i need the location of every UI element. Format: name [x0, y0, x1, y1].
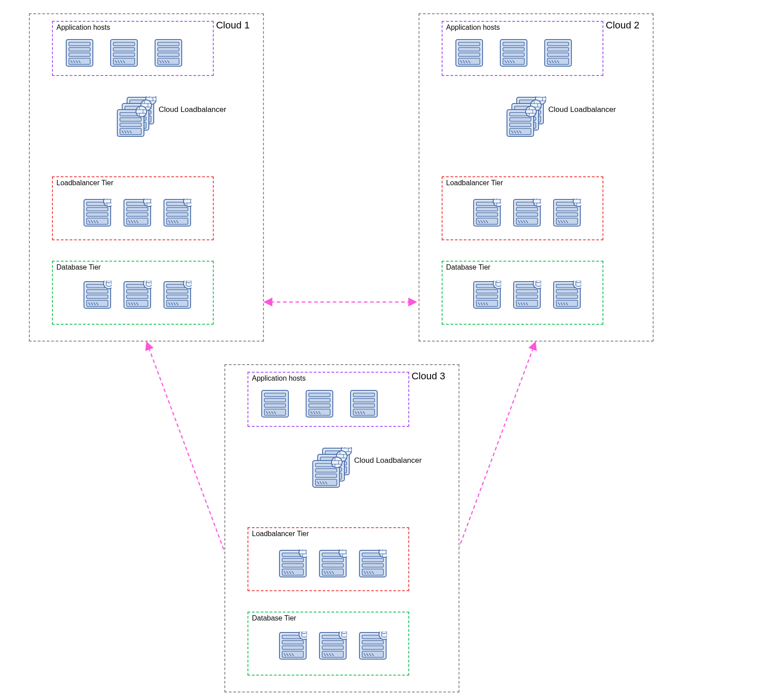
firewall-server-icon	[123, 199, 152, 227]
cloud1-db-label: Database Tier	[56, 263, 101, 271]
db-server-icon	[513, 281, 541, 309]
loadbalancer-stack-icon	[506, 96, 546, 141]
db-server-icon	[123, 281, 152, 309]
cloud2-lb-label: Loadbalancer Tier	[446, 179, 503, 187]
firewall-server-icon	[553, 199, 581, 227]
firewall-server-icon	[319, 549, 347, 578]
db-server-icon	[83, 281, 112, 309]
loadbalancer-stack-icon	[116, 96, 156, 141]
server-icon	[499, 39, 528, 67]
server-icon	[544, 39, 572, 67]
db-server-icon	[553, 281, 581, 309]
server-icon	[110, 39, 138, 67]
cloud3-db-label: Database Tier	[252, 614, 296, 622]
db-server-icon	[279, 632, 307, 660]
cloud3-title: Cloud 3	[411, 370, 445, 382]
cloud2-cloudlb-label: Cloud Loadbalancer	[548, 105, 616, 114]
db-server-icon	[473, 281, 501, 309]
loadbalancer-stack-icon	[312, 447, 352, 492]
db-server-icon	[319, 632, 347, 660]
server-icon	[350, 390, 378, 418]
cloud1-title: Cloud 1	[216, 20, 250, 31]
cloud3-app-label: Application hosts	[252, 374, 306, 382]
db-server-icon	[163, 281, 191, 309]
server-icon	[455, 39, 483, 67]
cloud3-lb-label: Loadbalancer Tier	[252, 530, 309, 538]
cloud3-box: Cloud 3 Application hosts Cloud Loadbala…	[224, 364, 459, 692]
cloud2-db-label: Database Tier	[446, 263, 491, 271]
cloud1-lb-label: Loadbalancer Tier	[56, 179, 113, 187]
server-icon	[154, 39, 183, 67]
db-server-icon	[359, 632, 387, 660]
cloud3-cloudlb-label: Cloud Loadbalancer	[354, 456, 422, 465]
diagram-canvas: Cloud 1 Application hosts Cloud Loadbala…	[9, 9, 758, 700]
firewall-server-icon	[473, 199, 501, 227]
server-icon	[261, 390, 289, 418]
cloud2-box: Cloud 2 Application hosts Cloud Loadbala…	[419, 13, 654, 342]
firewall-server-icon	[83, 199, 112, 227]
firewall-server-icon	[359, 549, 387, 578]
cloud1-cloudlb-label: Cloud Loadbalancer	[159, 105, 226, 114]
server-icon	[65, 39, 94, 67]
server-icon	[305, 390, 334, 418]
cloud1-box: Cloud 1 Application hosts Cloud Loadbala…	[29, 13, 264, 342]
cloud2-title: Cloud 2	[606, 20, 639, 31]
cloud1-app-label: Application hosts	[56, 24, 110, 32]
firewall-server-icon	[279, 549, 307, 578]
cloud2-app-label: Application hosts	[446, 24, 500, 32]
firewall-server-icon	[513, 199, 541, 227]
firewall-server-icon	[163, 199, 191, 227]
